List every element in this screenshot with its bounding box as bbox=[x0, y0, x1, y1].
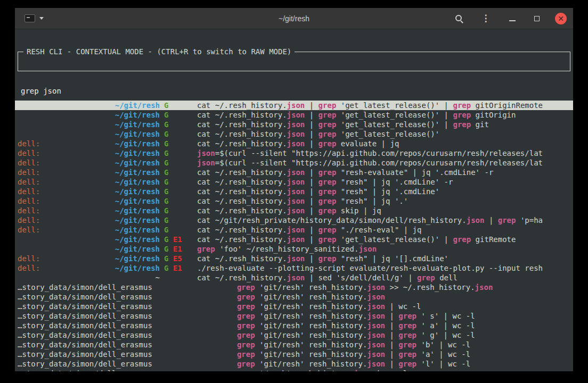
minimize-button[interactable] bbox=[506, 12, 519, 25]
terminal-window: ~/git/resh ⋮ ✕ RE bbox=[15, 8, 573, 371]
row-flags: G bbox=[160, 148, 197, 158]
row-context: …story_data/simon/dell_erasmus bbox=[18, 369, 152, 371]
minimize-icon bbox=[509, 15, 516, 22]
row-flags bbox=[200, 369, 237, 371]
history-row[interactable]: dell:~/git/reshGjson=$(curl --silent "ht… bbox=[15, 158, 573, 168]
row-directory: ~/git/resh bbox=[112, 120, 160, 129]
row-directory: ~/git/resh bbox=[112, 215, 160, 225]
row-flags: G bbox=[160, 206, 197, 215]
history-row[interactable]: …story_data/simon/dell_erasmusgrep 'git/… bbox=[15, 311, 573, 321]
history-row[interactable]: ~/git/reshG E1cat ~/.resh_history.json |… bbox=[15, 235, 573, 244]
history-row[interactable]: ~/git/reshGcat ~/.resh_history.json | gr… bbox=[15, 120, 573, 129]
history-row[interactable]: …story_data/simon/dell_erasmusgrep 'git/… bbox=[15, 292, 573, 302]
row-host: dell: bbox=[18, 158, 112, 168]
row-command: grep 'git/resh' resh_history.json | wc -… bbox=[237, 302, 570, 311]
history-row[interactable]: …story_data/simon/dell_erasmusgrep 'git/… bbox=[15, 302, 573, 311]
row-flag-g: G bbox=[164, 168, 168, 177]
row-flag-g: G bbox=[164, 120, 168, 129]
history-row[interactable]: dell:~/git/reshGcat ~/.resh_history.json… bbox=[15, 225, 573, 235]
row-flags: G bbox=[160, 225, 197, 235]
row-flag-g: G bbox=[164, 149, 168, 157]
search-query-input[interactable]: grep json bbox=[21, 86, 567, 96]
history-row[interactable]: …story_data/simon/dell_erasmusgrep 'git/… bbox=[15, 330, 573, 340]
search-button[interactable] bbox=[453, 12, 466, 25]
search-icon bbox=[455, 14, 463, 23]
row-flags bbox=[200, 321, 237, 330]
row-flag-g: G bbox=[164, 159, 168, 167]
row-command: grep 'git/resh' resh_history.json >> ~/.… bbox=[237, 282, 570, 292]
row-flags: G bbox=[160, 196, 197, 206]
history-row[interactable]: …story_data/simon/dell_erasmusgrep 'git/… bbox=[15, 349, 573, 359]
row-context: …story_data/simon/dell_erasmus bbox=[18, 321, 152, 330]
history-list: ~/git/reshGcat ~/.resh_history.json | gr… bbox=[15, 101, 573, 371]
row-host: dell: bbox=[18, 206, 112, 215]
row-command: json=$(curl --silent "https://api.github… bbox=[197, 148, 570, 158]
history-row[interactable]: dell:~/git/reshGcat ~/.resh_history.json… bbox=[15, 206, 573, 215]
row-context: …story_data/simon/dell_erasmus bbox=[18, 330, 152, 340]
row-directory: ~/git/resh bbox=[112, 254, 160, 263]
row-flag-e1: E1 bbox=[173, 235, 182, 244]
history-row[interactable]: dell:~/git/reshGjson=$(curl --silent "ht… bbox=[15, 148, 573, 158]
history-row[interactable]: dell:~/git/reshG E1./resh-evaluate --plo… bbox=[15, 263, 573, 273]
history-row[interactable]: dell:~/git/reshGcat ~/.resh_history.json… bbox=[15, 139, 573, 148]
row-command: cat ~/.resh_history.json | sed 's/dell/d… bbox=[197, 273, 570, 282]
row-command: cat ~/.resh_history.json | grep "resh" |… bbox=[197, 177, 570, 187]
row-directory bbox=[152, 292, 200, 302]
row-flags: G bbox=[160, 139, 197, 148]
row-context bbox=[18, 120, 112, 129]
row-directory bbox=[152, 349, 200, 359]
row-command: cat ~/.resh_history.json | grep "resh" |… bbox=[197, 196, 570, 206]
row-flags bbox=[200, 311, 237, 321]
history-row[interactable]: …story_data/simon/dell_erasmusgrep 'git/… bbox=[15, 321, 573, 330]
row-context: …story_data/simon/dell_erasmus bbox=[18, 282, 152, 292]
close-button[interactable]: ✕ bbox=[555, 13, 567, 24]
row-flags bbox=[200, 282, 237, 292]
row-command: grep '/resh' resh_history.json | wc -l bbox=[237, 369, 570, 371]
row-flag-g: G bbox=[164, 206, 168, 215]
row-flags bbox=[200, 302, 237, 311]
history-row[interactable]: dell:~/git/reshGcat ~/git/resh_private/h… bbox=[15, 215, 573, 225]
row-flags bbox=[200, 359, 237, 369]
row-command: grep 'git/resh' resh_history.json | grep… bbox=[237, 349, 570, 359]
history-row[interactable]: …story_data/simon/dell_erasmusgrep '/res… bbox=[15, 369, 573, 371]
row-directory bbox=[152, 311, 200, 321]
row-flag-e1: E1 bbox=[173, 245, 182, 253]
row-command: cat ~/.resh_history.json | grep "resh" |… bbox=[197, 254, 570, 263]
row-context: …story_data/simon/dell_erasmus bbox=[18, 292, 152, 302]
row-flags: G bbox=[160, 168, 197, 177]
row-command: cat ~/.resh_history.json | grep 'get_lat… bbox=[197, 129, 570, 139]
row-directory: ~/git/resh bbox=[112, 187, 160, 196]
row-flag-g: G bbox=[164, 264, 168, 272]
history-row[interactable]: dell:~/git/reshGcat ~/.resh_history.json… bbox=[15, 177, 573, 187]
new-terminal-button[interactable] bbox=[21, 12, 47, 24]
history-row[interactable]: ~/git/reshG E1grep 'foo' ~/resh_history_… bbox=[15, 244, 573, 254]
row-command: grep 'git/resh' resh_history.json | grep… bbox=[237, 359, 570, 369]
row-directory bbox=[152, 369, 200, 371]
history-row[interactable]: dell:~/git/reshGcat ~/.resh_history.json… bbox=[15, 187, 573, 196]
history-row[interactable]: dell:~/git/reshGcat ~/.resh_history.json… bbox=[15, 168, 573, 177]
row-command: grep 'git/resh' resh_history.json | grep… bbox=[237, 340, 570, 349]
row-directory: ~/git/resh bbox=[112, 225, 160, 235]
row-command: cat ~/.resh_history.json | grep "./resh-… bbox=[197, 225, 570, 235]
row-directory: ~/git/resh bbox=[112, 177, 160, 187]
history-row[interactable]: ~cat ~/.resh_history.json | sed 's/dell/… bbox=[15, 273, 573, 282]
row-context bbox=[18, 235, 112, 244]
history-row[interactable]: …story_data/simon/dell_erasmusgrep 'git/… bbox=[15, 282, 573, 292]
history-row[interactable]: dell:~/git/reshG E5cat ~/.resh_history.j… bbox=[15, 254, 573, 263]
history-row[interactable]: ~/git/reshGcat ~/.resh_history.json | gr… bbox=[15, 129, 573, 139]
restore-button[interactable] bbox=[530, 12, 543, 25]
menu-button[interactable]: ⋮ bbox=[479, 12, 492, 25]
row-context: …story_data/simon/dell_erasmus bbox=[18, 302, 152, 311]
row-directory: ~/git/resh bbox=[112, 196, 160, 206]
row-flags: G E1 bbox=[160, 244, 197, 254]
resh-mode-title: RESH CLI - CONTEXTUAL MODE - (CTRL+R to … bbox=[23, 47, 295, 56]
row-flags: G bbox=[160, 215, 197, 225]
row-flag-e5: E5 bbox=[173, 254, 182, 263]
resh-header-box: RESH CLI - CONTEXTUAL MODE - (CTRL+R to … bbox=[18, 52, 570, 71]
history-row[interactable]: …story_data/simon/dell_erasmusgrep 'git/… bbox=[15, 340, 573, 349]
history-row[interactable]: dell:~/git/reshGcat ~/.resh_history.json… bbox=[15, 196, 573, 206]
row-context: …story_data/simon/dell_erasmus bbox=[18, 340, 152, 349]
row-flags bbox=[200, 292, 237, 302]
row-flags: G bbox=[160, 158, 197, 168]
history-row[interactable]: …story_data/simon/dell_erasmusgrep 'git/… bbox=[15, 359, 573, 369]
